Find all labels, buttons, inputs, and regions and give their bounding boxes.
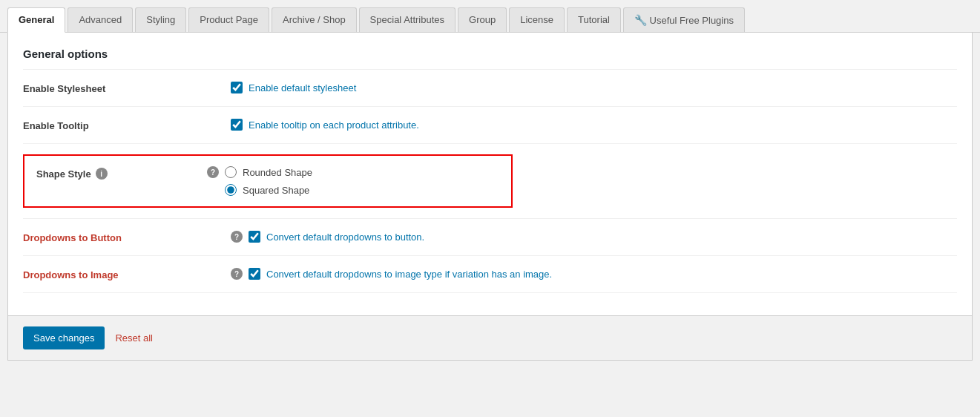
dropdowns-button-checkbox-row: Convert default dropdowns to button.	[249, 231, 424, 243]
option-row-shape-style: Shape Style i ? Rounded Shape Squared Sh…	[23, 144, 957, 219]
tab-tutorial[interactable]: Tutorial	[567, 7, 621, 32]
tab-general[interactable]: General	[7, 7, 65, 33]
dropdowns-image-checkbox-row: Convert default dropdowns to image type …	[249, 268, 552, 280]
radio-rounded-label[interactable]: Rounded Shape	[243, 167, 312, 178]
tooltip-checkbox-label[interactable]: Enable tooltip on each product attribute…	[249, 119, 419, 131]
option-label-tooltip: Enable Tooltip	[23, 119, 231, 131]
tab-license[interactable]: License	[509, 7, 565, 32]
option-content-dropdowns-image: ? Convert default dropdowns to image typ…	[231, 268, 957, 280]
tab-styling[interactable]: Styling	[135, 7, 186, 32]
option-row-tooltip: Enable Tooltip Enable tooltip on each pr…	[23, 107, 957, 144]
reset-all-link[interactable]: Reset all	[115, 332, 153, 344]
dropdowns-button-checkbox[interactable]	[249, 231, 260, 243]
plugin-icon: 🔧	[634, 14, 647, 26]
radio-row-squared: Squared Shape	[225, 184, 312, 196]
option-content-dropdowns-button: ? Convert default dropdowns to button.	[231, 231, 957, 243]
option-label-dropdowns-button: Dropdowns to Button	[23, 231, 231, 243]
option-row-dropdowns-button: Dropdowns to Button ? Convert default dr…	[23, 219, 957, 256]
tab-group[interactable]: Group	[458, 7, 507, 32]
radio-squared-label[interactable]: Squared Shape	[243, 185, 309, 196]
radio-row-rounded: Rounded Shape	[225, 166, 312, 178]
option-label-stylesheet: Enable Stylesheet	[23, 82, 231, 94]
option-content-tooltip: Enable tooltip on each product attribute…	[231, 119, 957, 131]
tab-useful-free-plugins[interactable]: 🔧 Useful Free Plugins	[623, 7, 745, 32]
dropdowns-image-checkbox-label[interactable]: Convert default dropdowns to image type …	[266, 269, 552, 280]
footer-bar: Save changes Reset all	[7, 316, 973, 361]
tab-special-attributes[interactable]: Special Attributes	[359, 7, 456, 32]
tabs-navigation: General Advanced Styling Product Page Ar…	[0, 0, 980, 33]
content-area: General options Enable Stylesheet Enable…	[7, 33, 973, 316]
stylesheet-checkbox[interactable]	[231, 82, 243, 93]
dropdowns-image-help-icon[interactable]: ?	[231, 268, 243, 280]
tab-product-page[interactable]: Product Page	[188, 7, 269, 32]
tab-advanced[interactable]: Advanced	[68, 7, 133, 32]
shape-style-controls: ? Rounded Shape Squared Shape	[207, 166, 312, 196]
radio-rounded[interactable]	[225, 166, 237, 178]
tab-archive-shop[interactable]: Archive / Shop	[272, 7, 357, 32]
section-title: General options	[23, 47, 957, 70]
radio-squared[interactable]	[225, 184, 237, 196]
shape-style-radios: Rounded Shape Squared Shape	[225, 166, 312, 196]
shape-style-help-icon[interactable]: ?	[207, 166, 219, 178]
option-content-stylesheet: Enable default stylesheet	[231, 82, 957, 93]
save-changes-button[interactable]: Save changes	[23, 326, 105, 349]
tooltip-checkbox[interactable]	[231, 119, 243, 131]
page-wrapper: General Advanced Styling Product Page Ar…	[0, 0, 980, 417]
stylesheet-checkbox-row: Enable default stylesheet	[231, 82, 356, 93]
option-row-stylesheet: Enable Stylesheet Enable default stylesh…	[23, 70, 957, 107]
stylesheet-checkbox-label[interactable]: Enable default stylesheet	[249, 82, 356, 93]
option-row-dropdowns-image: Dropdowns to Image ? Convert default dro…	[23, 256, 957, 293]
shape-style-info-icon[interactable]: i	[96, 168, 108, 180]
option-label-dropdowns-image: Dropdowns to Image	[23, 268, 231, 280]
shape-style-label: Shape Style i	[36, 166, 207, 180]
shape-style-highlighted-box: Shape Style i ? Rounded Shape Squared Sh…	[23, 154, 513, 208]
tooltip-checkbox-row: Enable tooltip on each product attribute…	[231, 119, 419, 131]
dropdowns-button-help-icon[interactable]: ?	[231, 231, 243, 243]
dropdowns-image-checkbox[interactable]	[249, 268, 260, 280]
dropdowns-button-checkbox-label[interactable]: Convert default dropdowns to button.	[266, 232, 424, 243]
